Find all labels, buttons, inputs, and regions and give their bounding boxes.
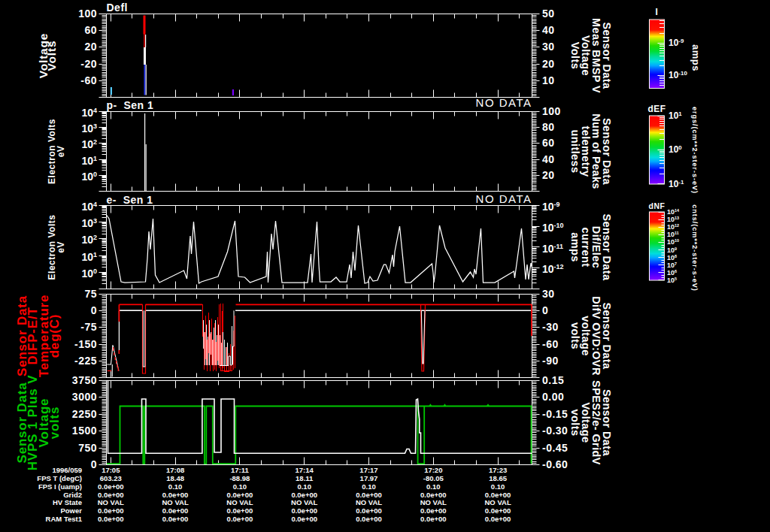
svg-text:NO VAL: NO VAL	[420, 498, 447, 506]
svg-text:-0.45: -0.45	[542, 442, 568, 454]
svg-text:20: 20	[84, 41, 97, 53]
svg-text:60: 60	[84, 24, 97, 36]
svg-text:0.0e+00: 0.0e+00	[291, 515, 317, 523]
svg-text:0.10: 0.10	[297, 482, 311, 491]
svg-text:NO VAL: NO VAL	[98, 498, 124, 506]
svg-text:40: 40	[542, 24, 555, 36]
svg-text:50: 50	[542, 8, 555, 20]
svg-text:volts: volts	[569, 410, 581, 437]
svg-text:1996/059: 1996/059	[52, 466, 82, 474]
svg-text:17.97: 17.97	[360, 474, 378, 482]
svg-text:17:23: 17:23	[489, 466, 507, 474]
svg-text:60: 60	[542, 137, 555, 149]
svg-text:-60: -60	[542, 338, 559, 350]
svg-text:0.0e+00: 0.0e+00	[420, 515, 447, 523]
svg-text:100: 100	[78, 8, 97, 20]
svg-text:NO DATA: NO DATA	[476, 192, 532, 205]
svg-text:20: 20	[542, 58, 555, 70]
svg-text:volts: volts	[47, 407, 62, 440]
svg-text:0: 0	[542, 304, 548, 316]
svg-text:eV: eV	[56, 241, 66, 253]
svg-text:750: 750	[78, 442, 97, 454]
svg-text:e- Sen 1: e- Sen 1	[107, 194, 153, 206]
svg-text:deg(C): deg(C)	[47, 314, 62, 358]
svg-text:30: 30	[542, 288, 555, 300]
svg-text:0.0e+00: 0.0e+00	[98, 482, 124, 491]
svg-text:30: 30	[542, 41, 555, 53]
svg-text:NO VAL: NO VAL	[356, 498, 382, 506]
svg-text:Volts: Volts	[569, 42, 581, 69]
svg-text:17:14: 17:14	[296, 466, 314, 474]
svg-text:0.10: 0.10	[362, 482, 376, 491]
svg-text:ergs/(cm**2-ster-s-eV): ergs/(cm**2-ster-s-eV)	[691, 107, 699, 194]
svg-text:1500: 1500	[72, 425, 97, 437]
svg-text:-30: -30	[542, 321, 559, 333]
svg-text:0.0e+00: 0.0e+00	[98, 515, 124, 523]
svg-text:-60: -60	[80, 74, 97, 86]
svg-text:0.0e+00: 0.0e+00	[162, 506, 189, 515]
svg-text:603.23: 603.23	[100, 474, 122, 482]
svg-text:40: 40	[542, 153, 555, 165]
svg-text:0.0e+00: 0.0e+00	[356, 506, 382, 515]
svg-text:NO VAL: NO VAL	[291, 498, 317, 506]
svg-text:0: 0	[91, 304, 97, 316]
svg-text:-0.30: -0.30	[542, 425, 568, 437]
svg-text:0.10: 0.10	[233, 482, 247, 491]
svg-text:FPS T (degC): FPS T (degC)	[37, 474, 82, 482]
svg-text:0.0e+00: 0.0e+00	[291, 506, 317, 515]
svg-text:10: 10	[542, 74, 555, 86]
svg-text:0.0e+00: 0.0e+00	[227, 491, 253, 499]
svg-text:0.0e+00: 0.0e+00	[98, 491, 124, 499]
svg-text:100: 100	[542, 105, 561, 117]
svg-text:-0.60: -0.60	[542, 458, 568, 470]
svg-text:0.0e+00: 0.0e+00	[485, 515, 511, 523]
svg-text:0.0e+00: 0.0e+00	[162, 491, 189, 499]
svg-text:0.10: 0.10	[491, 482, 505, 491]
svg-text:Grid2: Grid2	[63, 491, 82, 499]
svg-text:-88.98: -88.98	[229, 474, 250, 482]
svg-text:0.0e+00: 0.0e+00	[291, 491, 317, 499]
svg-text:17:08: 17:08	[166, 466, 184, 474]
svg-text:-225: -225	[74, 355, 97, 367]
svg-text:2250: 2250	[72, 408, 97, 420]
svg-text:-80.05: -80.05	[423, 474, 444, 482]
svg-text:-90: -90	[542, 355, 559, 367]
svg-text:I: I	[656, 7, 659, 17]
svg-text:FPS I (uamp): FPS I (uamp)	[38, 482, 82, 491]
svg-text:Power: Power	[60, 506, 82, 515]
svg-text:volts: volts	[569, 322, 581, 349]
svg-text:cnts/(cm**2-ster-s-eV): cnts/(cm**2-ster-s-eV)	[691, 204, 699, 292]
svg-text:0.10: 0.10	[426, 482, 441, 491]
svg-text:3750: 3750	[72, 374, 97, 386]
svg-text:-20: -20	[80, 58, 97, 70]
svg-text:NO VAL: NO VAL	[162, 498, 189, 506]
svg-text:0.10: 0.10	[168, 482, 183, 491]
svg-text:Volts: Volts	[45, 41, 58, 71]
svg-text:0.15: 0.15	[542, 374, 564, 386]
svg-text:p- Sen 1: p- Sen 1	[107, 99, 154, 111]
svg-text:18.11: 18.11	[296, 474, 314, 482]
svg-text:dEF: dEF	[647, 104, 665, 114]
svg-text:0.0e+00: 0.0e+00	[356, 491, 382, 499]
svg-text:0: 0	[91, 458, 97, 470]
svg-text:amps: amps	[690, 44, 702, 71]
svg-text:0.0e+00: 0.0e+00	[98, 506, 124, 515]
svg-text:3000: 3000	[72, 391, 97, 403]
svg-text:0.0e+00: 0.0e+00	[227, 515, 253, 523]
svg-text:NO VAL: NO VAL	[226, 498, 253, 506]
svg-text:-75: -75	[80, 321, 97, 333]
svg-text:17:17: 17:17	[359, 466, 377, 474]
svg-text:0.00: 0.00	[542, 391, 564, 403]
svg-text:NO VAL: NO VAL	[485, 498, 511, 506]
svg-text:Defl: Defl	[107, 2, 128, 14]
svg-text:-150: -150	[74, 338, 97, 350]
svg-text:unitless: unitless	[569, 130, 581, 174]
svg-text:18.65: 18.65	[489, 474, 507, 482]
svg-text:-0.15: -0.15	[542, 408, 568, 420]
svg-text:75: 75	[84, 288, 97, 300]
svg-text:0.0e+00: 0.0e+00	[485, 506, 511, 515]
svg-text:0.0e+00: 0.0e+00	[356, 515, 382, 523]
svg-text:17:11: 17:11	[231, 466, 249, 474]
svg-text:80: 80	[542, 121, 555, 133]
svg-text:0.0e+00: 0.0e+00	[420, 491, 447, 499]
